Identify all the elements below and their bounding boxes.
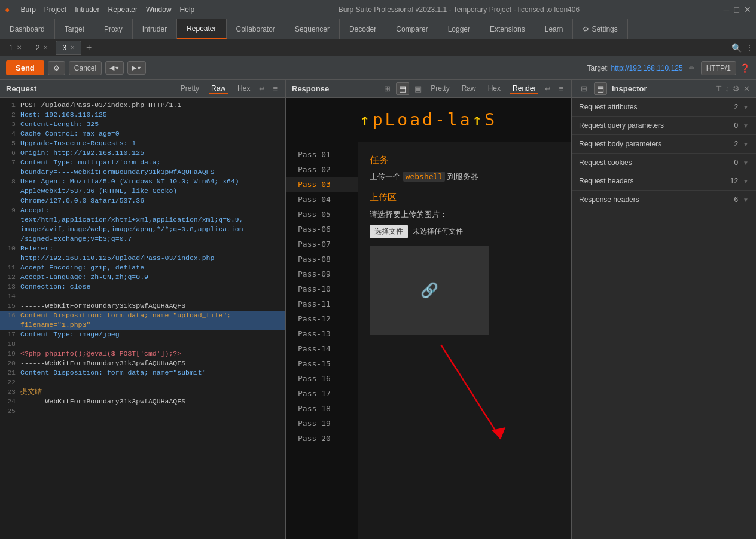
search-icon[interactable]: 🔍 (731, 43, 742, 53)
tab-hex[interactable]: Hex (235, 84, 252, 94)
close-tab-3[interactable]: ✕ (70, 44, 75, 51)
tab-learn[interactable]: Learn (535, 19, 574, 39)
nav-pass-13[interactable]: Pass-13 (286, 326, 358, 341)
tab-response-pretty[interactable]: Pretty (428, 84, 452, 94)
nav-pass-20[interactable]: Pass-20 (286, 431, 358, 446)
nav-pass-12[interactable]: Pass-12 (286, 311, 358, 326)
tab-proxy[interactable]: Proxy (94, 19, 133, 39)
menu-repeater[interactable]: Repeater (108, 5, 138, 14)
tab-raw[interactable]: Raw (209, 84, 228, 94)
word-wrap-icon[interactable]: ↵ (257, 84, 267, 93)
tab-response-raw[interactable]: Raw (459, 84, 478, 94)
nav-pass-07[interactable]: Pass-07 (286, 237, 358, 252)
main-tab-bar: Dashboard Target Proxy Intruder Repeater… (0, 19, 756, 39)
inspector-row-cookies[interactable]: Request cookies 0 ▼ (572, 154, 756, 172)
send-button[interactable]: Send (6, 60, 44, 75)
nav-pass-01[interactable]: Pass-01 (286, 147, 358, 162)
sub-tab-1[interactable]: 1 ✕ (2, 41, 28, 55)
tab-dashboard[interactable]: Dashboard (0, 19, 55, 39)
menu-burp[interactable]: Burp (20, 5, 35, 14)
nav-pass-04[interactable]: Pass-04 (286, 192, 358, 207)
request-code-area[interactable]: 1 POST /upload/Pass-03/index.php HTTP/1.… (0, 98, 285, 539)
tab-comparer[interactable]: Comparer (386, 19, 438, 39)
nav-pass-06[interactable]: Pass-06 (286, 222, 358, 237)
inspector-close-icon[interactable]: ✕ (743, 84, 750, 93)
minimize-button[interactable]: ─ (724, 5, 730, 14)
sub-tab-2[interactable]: 2 ✕ (29, 41, 55, 55)
inspector-row-request-headers[interactable]: Request headers 12 ▼ (572, 172, 756, 191)
format-icon[interactable]: ≡ (271, 84, 279, 93)
tab-pretty[interactable]: Pretty (178, 84, 202, 94)
nav-pass-10[interactable]: Pass-10 (286, 281, 358, 296)
tab-sequencer[interactable]: Sequencer (285, 19, 340, 39)
request-tab-icons: ↵ ≡ (257, 84, 279, 93)
inspector-row-response-headers[interactable]: Response headers 6 ▼ (572, 191, 756, 209)
close-button[interactable]: ✕ (744, 5, 751, 14)
more-options-icon[interactable]: ⋮ (745, 43, 754, 53)
split-view-icon[interactable]: ▤ (396, 82, 409, 95)
nav-prev-group[interactable]: ◀ ▼ (105, 61, 124, 75)
menu-window[interactable]: Window (146, 5, 172, 14)
nav-next-button[interactable]: ▶ (132, 64, 136, 72)
menu-project[interactable]: Project (44, 5, 66, 14)
response-word-wrap-icon[interactable]: ↵ (543, 84, 553, 93)
nav-pass-09[interactable]: Pass-09 (286, 267, 358, 281)
tab-logger[interactable]: Logger (438, 19, 480, 39)
nav-pass-17[interactable]: Pass-17 (286, 386, 358, 401)
inspector-view-1[interactable]: ⊟ (578, 82, 590, 95)
tab-response-hex[interactable]: Hex (486, 84, 503, 94)
nav-pass-08[interactable]: Pass-08 (286, 252, 358, 267)
nav-prev-button[interactable]: ◀ (109, 64, 114, 72)
code-line-24: 24 ------WebKitFormBoundary31k3pwfAQUHaA… (0, 397, 285, 406)
help-icon[interactable]: ❓ (740, 63, 750, 73)
nav-pass-14[interactable]: Pass-14 (286, 341, 358, 356)
side-by-side-icon[interactable]: ⊞ (381, 82, 394, 95)
maximize-button[interactable]: □ (734, 5, 739, 14)
nav-next-group[interactable]: ▶ ▼ (127, 61, 146, 75)
nav-pass-02[interactable]: Pass-02 (286, 162, 358, 177)
nav-pass-16[interactable]: Pass-16 (286, 371, 358, 386)
tab-decoder[interactable]: Decoder (340, 19, 386, 39)
tab-extensions[interactable]: Extensions (480, 19, 535, 39)
nav-next-dropdown[interactable]: ▼ (136, 65, 142, 71)
http-version-button[interactable]: HTTP/1 (701, 61, 736, 75)
nav-pass-05[interactable]: Pass-05 (286, 207, 358, 222)
close-tab-2[interactable]: ✕ (43, 44, 48, 51)
nav-pass-18[interactable]: Pass-18 (286, 401, 358, 416)
inspector-settings-icon[interactable]: ⚙ (733, 84, 740, 93)
response-format-icon[interactable]: ≡ (557, 84, 565, 93)
code-line-10: 10 Referer: (0, 244, 285, 253)
choose-file-button[interactable]: 选择文件 (370, 225, 408, 238)
request-panel-title: Request (6, 84, 178, 93)
add-tab-button[interactable]: + (83, 42, 95, 53)
response-tab-icons: ↵ ≡ (543, 84, 565, 93)
inspector-row-request-attributes[interactable]: Request attributes 2 ▼ (572, 98, 756, 117)
nav-pass-11[interactable]: Pass-11 (286, 296, 358, 311)
inspector-format-icon[interactable]: ⊤ (715, 84, 722, 93)
tab-target[interactable]: Target (55, 19, 94, 39)
nav-pass-03[interactable]: Pass-03 (286, 177, 358, 192)
tab-response-render[interactable]: Render (510, 84, 538, 94)
inspector-row-query-params[interactable]: Request query parameters 0 ▼ (572, 117, 756, 135)
request-panel-header: Request Pretty Raw Hex ↵ ≡ (0, 80, 285, 98)
menu-intruder[interactable]: Intruder (75, 5, 99, 14)
menu-help[interactable]: Help (180, 5, 195, 14)
upload-title: 上传区 (370, 192, 559, 203)
nav-pass-15[interactable]: Pass-15 (286, 356, 358, 371)
nav-prev-dropdown[interactable]: ▼ (114, 65, 120, 71)
tab-repeater[interactable]: Repeater (177, 19, 226, 39)
sub-tab-3[interactable]: 3 ✕ (56, 41, 81, 55)
close-tab-1[interactable]: ✕ (17, 44, 22, 51)
request-panel: Request Pretty Raw Hex ↵ ≡ 1 POST /uploa… (0, 80, 286, 539)
full-view-icon[interactable]: ▣ (411, 82, 425, 95)
tab-collaborator[interactable]: Collaborator (227, 19, 285, 39)
tab-intruder[interactable]: Intruder (133, 19, 177, 39)
inspector-row-body-params[interactable]: Request body parameters 2 ▼ (572, 135, 756, 154)
cancel-button[interactable]: Cancel (69, 61, 102, 75)
edit-target-icon[interactable]: ✏ (689, 64, 695, 72)
inspector-expand-icon[interactable]: ↕ (725, 84, 730, 93)
nav-pass-19[interactable]: Pass-19 (286, 416, 358, 431)
tab-settings[interactable]: ⚙ Settings (573, 19, 627, 39)
settings-button[interactable]: ⚙ (48, 61, 65, 75)
inspector-view-2[interactable]: ▤ (594, 82, 607, 95)
